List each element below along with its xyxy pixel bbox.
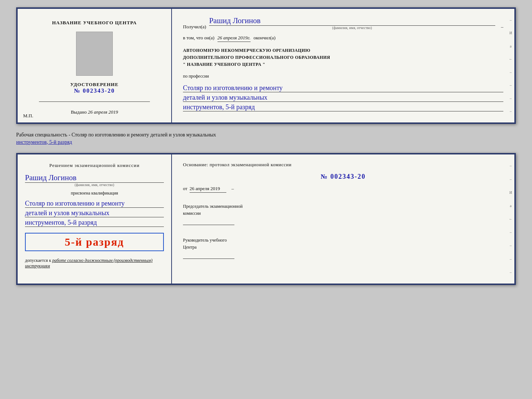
photo-placeholder — [76, 32, 113, 76]
basis-label: Основание: протокол экзаменационной коми… — [183, 162, 503, 168]
allowed-label: допускается к — [25, 258, 51, 263]
director-line1: Руководитель учебного — [183, 238, 503, 243]
fio-subtitle-top: (фамилия, имя, отчество) — [209, 26, 495, 30]
top-certificate: НАЗВАНИЕ УЧЕБНОГО ЦЕНТРА УДОСТОВЕРЕНИЕ №… — [16, 7, 516, 124]
director-line2: Центра — [183, 245, 503, 250]
from-row: от 26 апреля 2019 – — [183, 186, 503, 193]
profession-line2: деталей и узлов музыкальных — [183, 94, 503, 102]
from-date: 26 апреля 2019 — [190, 186, 226, 193]
bottom-recipient-group: Рашид Логинов (фамилия, имя, отчество) — [25, 173, 164, 187]
qual-line2: деталей и узлов музыкальных — [25, 209, 164, 217]
chairman-block: Председатель экзаменационной комиссии — [183, 204, 503, 225]
rank-highlighted: 5-й разряд — [29, 236, 159, 248]
rank-highlighted-box: 5-й разряд — [25, 233, 164, 251]
issued-date: 26 апреля 2019 — [88, 109, 118, 115]
between-text2: инструментов, 5-й разряд — [16, 139, 72, 145]
org-line1: АВТОНОМНУЮ НЕКОММЕРЧЕСКУЮ ОРГАНИЗАЦИЮ — [183, 47, 503, 54]
between-label: Рабочая специальность - Столяр по изгото… — [16, 130, 516, 147]
org-line2: ДОПОЛНИТЕЛЬНОГО ПРОФЕССИОНАЛЬНОГО ОБРАЗО… — [183, 54, 503, 61]
cert-number: № 002343-20 — [70, 88, 118, 94]
allowed-block: допускается к работе согласно должностны… — [25, 258, 164, 269]
top-cert-left: НАЗВАНИЕ УЧЕБНОГО ЦЕНТРА УДОСТОВЕРЕНИЕ №… — [18, 9, 172, 122]
profession-line3: инструментов, 5-й разряд — [183, 103, 503, 111]
confirmed-label: в том, что он(а) — [183, 35, 215, 41]
school-name-top: НАЗВАНИЕ УЧЕБНОГО ЦЕНТРА — [52, 20, 137, 26]
chairman-line2: комиссии — [183, 211, 503, 216]
received-label: Получил(а) — [183, 24, 206, 30]
protocol-number: № 002343-20 — [183, 173, 503, 181]
bottom-cert-right: Основание: протокол экзаменационной коми… — [172, 154, 514, 284]
issued-block: Выдано 26 апреля 2019 — [71, 109, 118, 115]
from-label: от — [183, 186, 187, 192]
confirmed-row: в том, что он(а) 26 апреля 2019г. окончи… — [183, 35, 503, 42]
org-block: АВТОНОМНУЮ НЕКОММЕРЧЕСКУЮ ОРГАНИЗАЦИЮ ДО… — [183, 47, 503, 68]
right-sidebar-bottom: – – И а ← – – – – — [507, 154, 514, 284]
top-cert-right: Получил(а) Рашид Логинов (фамилия, имя, … — [172, 9, 514, 122]
commission-title: Решением экзаменационной комиссии — [25, 162, 164, 170]
bottom-fio-subtitle: (фамилия, имя, отчество) — [25, 183, 164, 187]
right-sidebar-top: – И а ← – – – – — [507, 9, 514, 122]
profession-block: Столяр по изготовлению и ремонту деталей… — [183, 84, 503, 111]
received-row: Получил(а) Рашид Логинов (фамилия, имя, … — [183, 16, 503, 30]
profession-line1: Столяр по изготовлению и ремонту — [183, 84, 503, 92]
recipient-name-group: Рашид Логинов (фамилия, имя, отчество) — [209, 16, 495, 30]
bottom-qualification-block: Столяр по изготовлению и ремонту деталей… — [25, 200, 164, 227]
director-sig-line — [183, 252, 234, 259]
issued-label: Выдано — [71, 109, 87, 115]
qual-line1: Столяр по изготовлению и ремонту — [25, 200, 164, 208]
finished-label: окончил(а) — [254, 35, 276, 41]
bottom-certificate: Решением экзаменационной комиссии Рашид … — [16, 153, 516, 285]
cert-label: УДОСТОВЕРЕНИЕ — [70, 82, 118, 88]
chairman-line1: Председатель экзаменационной — [183, 204, 503, 209]
qual-line3: инструментов, 5-й разряд — [25, 219, 164, 227]
between-text: Рабочая специальность - Столяр по изгото… — [16, 132, 216, 138]
profession-label: по профессии — [183, 74, 503, 79]
org-line3: " НАЗВАНИЕ УЧЕБНОГО ЦЕНТРА " — [183, 61, 503, 68]
assigned-label: присвоена квалификация — [25, 190, 164, 196]
cert-number-block: УДОСТОВЕРЕНИЕ № 002343-20 — [70, 82, 118, 94]
chairman-sig-line — [183, 218, 234, 225]
director-block: Руководитель учебного Центра — [183, 238, 503, 259]
bottom-recipient-name: Рашид Логинов — [25, 173, 164, 183]
recipient-name-top: Рашид Логинов — [209, 16, 495, 26]
confirmed-date: 26 апреля 2019г. — [218, 35, 251, 42]
mp-stamp: М.П. — [23, 113, 33, 119]
bottom-cert-left: Решением экзаменационной комиссии Рашид … — [18, 154, 172, 284]
